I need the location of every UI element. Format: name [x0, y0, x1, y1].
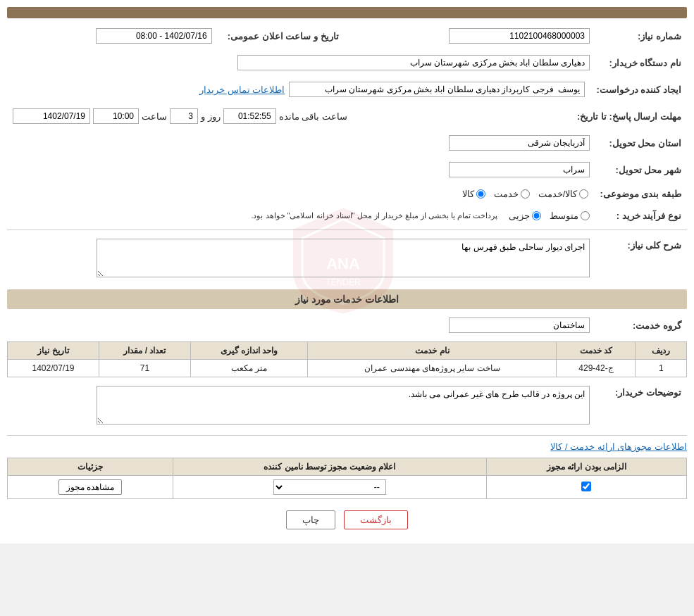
remaining-time-label: ساعت باقی مانده	[279, 111, 347, 122]
city-label: شهر محل تحویل:	[595, 159, 687, 180]
cell-unit: متر مکعب	[190, 360, 307, 377]
requester-input[interactable]	[289, 82, 585, 97]
category-khidmat[interactable]: خدمت	[494, 189, 530, 199]
deadline-time-label: ساعت	[142, 111, 167, 122]
announcement-value	[7, 25, 218, 46]
category-khidmat-label: خدمت	[494, 189, 519, 199]
purchase-note: پرداخت تمام یا بخشی از مبلغ خریدار از مح…	[251, 211, 497, 220]
purchase-medium-radio[interactable]	[581, 211, 590, 220]
info-table-buyer-notes: توضیحات خریدار: این پروژه در قالب طرح ها…	[7, 383, 687, 429]
col-unit: واحد اندازه گیری	[190, 342, 307, 360]
services-table: ردیف کد خدمت نام خدمت واحد اندازه گیری ت…	[7, 341, 687, 377]
requester-row: اطلاعات تماس خریدار	[13, 82, 585, 97]
list-item: -- مشاهده مجوز	[8, 476, 687, 499]
deadline-row: ساعت باقی مانده روز و ساعت	[13, 108, 566, 124]
view-permit-button[interactable]: مشاهده مجوز	[58, 479, 122, 495]
perm-details-cell: مشاهده مجوز	[8, 476, 173, 499]
footer-buttons: بازگشت چاپ	[7, 510, 687, 529]
col-date: تاریخ نیاز	[8, 342, 99, 360]
perm-col-required: الزامی بودن ارائه مجوز	[486, 458, 686, 476]
need-description-label: شرح کلی نیاز:	[595, 236, 687, 282]
required-checkbox[interactable]	[581, 482, 591, 491]
perm-status-cell: --	[173, 476, 486, 499]
back-button[interactable]: بازگشت	[344, 510, 408, 529]
info-table-requester: ایجاد کننده درخواست: اطلاعات تماس خریدار	[7, 79, 687, 100]
svg-text:TENDER: TENDER	[326, 277, 361, 287]
announcement-label: تاریخ و ساعت اعلان عمومی:	[218, 25, 345, 46]
info-table-description: شرح کلی نیاز: ANA TENDER اجرای دیوار ساح…	[7, 236, 687, 282]
info-table-purchase-type: نوع فرآیند خرید : متوسط جزیی پرداخت تمام…	[7, 208, 687, 224]
need-number-label: شماره نیاز:	[595, 25, 687, 46]
buyer-notes-label: توضیحات خریدار:	[595, 383, 687, 429]
col-code: کد خدمت	[557, 342, 636, 360]
announcement-input[interactable]	[96, 28, 212, 44]
perm-col-details: جزئیات	[8, 458, 173, 476]
need-description-textarea[interactable]: اجرای دیوار ساحلی طبق فهرس بها	[97, 239, 590, 277]
status-select[interactable]: --	[273, 479, 386, 495]
province-label: استان محل تحویل:	[595, 132, 687, 153]
category-kala-khidmat-radio[interactable]	[579, 189, 588, 199]
requester-label: ایجاد کننده درخواست:	[590, 79, 687, 100]
info-table-service-group: گروه خدمت:	[7, 315, 687, 336]
category-radio-group: کالا/خدمت خدمت کالا	[13, 189, 588, 199]
col-row: ردیف	[636, 342, 687, 360]
permissions-section-label-container: اطلاعات مجوزهای ارائه خدمت / کالا	[7, 441, 687, 452]
info-table-buyer: نام دستگاه خریدار:	[7, 52, 687, 73]
purchase-radio-group: متوسط جزیی	[509, 210, 590, 221]
info-table-top: شماره نیاز: تاریخ و ساعت اعلان عمومی:	[7, 25, 687, 46]
category-kala[interactable]: کالا	[462, 189, 485, 199]
category-kala-khidmat[interactable]: کالا/خدمت	[538, 189, 589, 199]
description-container: ANA TENDER اجرای دیوار ساحلی طبق فهرس به…	[97, 239, 590, 279]
service-group-label: گروه خدمت:	[595, 315, 687, 336]
cell-row: 1	[636, 360, 687, 377]
info-table-category: طبقه بندی موضوعی: کالا/خدمت خدمت کالا	[7, 186, 687, 202]
buyer-notes-textarea[interactable]: این پروژه در قالب طرح های غیر عمرانی می …	[97, 386, 590, 425]
need-number-input[interactable]	[449, 28, 590, 44]
col-qty: تعداد / مقدار	[99, 342, 191, 360]
col-name: نام خدمت	[308, 342, 557, 360]
remaining-time-input[interactable]	[223, 108, 276, 124]
cell-name: ساخت سایر پروژه‌های مهندسی عمران	[308, 360, 557, 377]
perm-col-status: اعلام وضعیت مجوز توسط نامین کننده	[173, 458, 486, 476]
perm-required-cell	[486, 476, 686, 499]
category-khidmat-radio[interactable]	[521, 189, 530, 199]
deadline-date-input[interactable]	[13, 108, 90, 124]
info-table-deadline: مهلت ارسال پاسخ: تا تاریخ: ساعت باقی مان…	[7, 106, 687, 127]
remaining-days-input[interactable]	[170, 108, 198, 124]
city-input[interactable]	[449, 162, 590, 177]
services-section-header: اطلاعات خدمات مورد نیاز	[7, 289, 687, 309]
cell-code: ج-42-429	[557, 360, 636, 377]
purchase-partial-radio[interactable]	[532, 211, 541, 220]
buyer-org-input[interactable]	[237, 55, 590, 70]
deadline-time-input[interactable]	[93, 108, 139, 124]
remaining-day-label: روز و	[201, 111, 221, 122]
cell-date: 1402/07/19	[8, 360, 99, 377]
purchase-partial[interactable]: جزیی	[509, 210, 541, 221]
table-row: 1 ج-42-429 ساخت سایر پروژه‌های مهندسی عم…	[8, 360, 687, 377]
divider-1	[7, 230, 687, 230]
page-header	[7, 7, 687, 18]
buyer-org-label: نام دستگاه خریدار:	[595, 52, 687, 73]
contact-link[interactable]: اطلاعات تماس خریدار	[199, 84, 285, 95]
permissions-table: الزامی بودن ارائه مجوز اعلام وضعیت مجوز …	[7, 458, 687, 499]
print-button[interactable]: چاپ	[286, 510, 335, 529]
page-wrapper: شماره نیاز: تاریخ و ساعت اعلان عمومی: نا…	[0, 0, 694, 543]
divider-2	[7, 435, 687, 436]
info-table-province: استان محل تحویل:	[7, 132, 687, 153]
cell-qty: 71	[99, 360, 191, 377]
category-kala-label: کالا	[462, 189, 474, 199]
purchase-medium[interactable]: متوسط	[550, 210, 590, 221]
province-input[interactable]	[449, 135, 590, 151]
permissions-section-label[interactable]: اطلاعات مجوزهای ارائه خدمت / کالا	[550, 441, 687, 452]
category-label: طبقه بندی موضوعی:	[594, 186, 687, 202]
purchase-partial-label: جزیی	[509, 210, 530, 221]
purchase-medium-label: متوسط	[550, 210, 578, 221]
info-table-city: شهر محل تحویل:	[7, 159, 687, 180]
service-group-input[interactable]	[449, 318, 590, 333]
category-kala-radio[interactable]	[476, 189, 485, 199]
category-kala-khidmat-label: کالا/خدمت	[538, 189, 578, 199]
need-number-value	[345, 25, 595, 46]
deadline-label: مهلت ارسال پاسخ: تا تاریخ:	[571, 106, 687, 127]
purchase-type-label: نوع فرآیند خرید :	[595, 208, 687, 224]
